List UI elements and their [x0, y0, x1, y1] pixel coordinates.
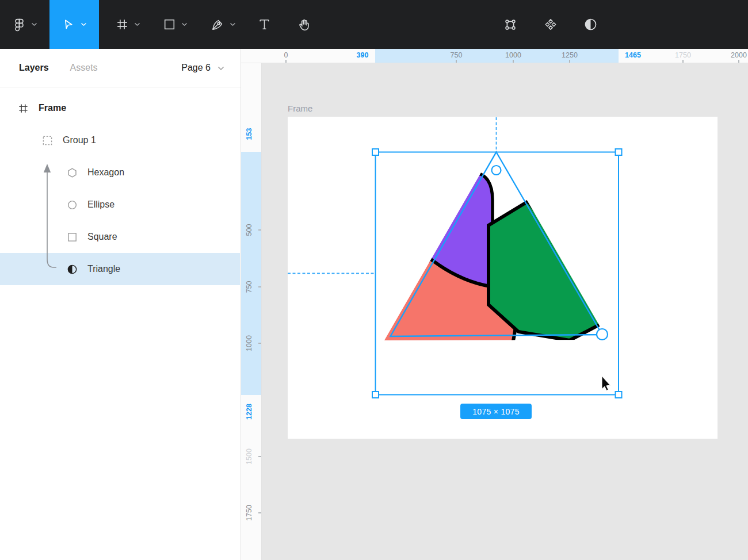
ruler-label: 1000 — [245, 335, 253, 351]
ruler-tick — [682, 60, 684, 63]
ruler-tick — [258, 229, 261, 231]
ruler-tick — [258, 286, 261, 287]
ellipse-icon — [66, 199, 78, 210]
pen-icon — [210, 17, 225, 32]
chevron-down-icon — [81, 22, 87, 26]
layer-row-group-1[interactable]: Group 1 — [0, 124, 240, 156]
chevron-down-icon — [31, 22, 37, 26]
vertex-handle[interactable] — [597, 329, 608, 340]
ruler-tick — [258, 343, 261, 344]
canvas-viewport[interactable]: Frame 1075 × 1075 — [262, 63, 748, 560]
mouse-cursor — [602, 376, 610, 390]
ruler-tick — [513, 60, 514, 63]
ruler-label: 1750 — [245, 505, 253, 521]
frame-icon — [17, 102, 29, 114]
ruler-label: 1750 — [675, 51, 691, 59]
ruler-label: 1500 — [245, 448, 253, 465]
main-menu-button[interactable] — [0, 0, 49, 49]
selection-handle-top-right[interactable] — [616, 149, 622, 155]
component-diamonds-icon — [543, 17, 558, 32]
edit-object-button[interactable] — [496, 0, 525, 49]
chevron-down-icon — [181, 22, 188, 26]
square-icon — [66, 231, 78, 243]
layer-label: Hexagon — [87, 167, 124, 178]
layer-label: Group 1 — [63, 135, 96, 145]
frame-grid-icon — [115, 17, 129, 32]
shape-tool-button[interactable] — [154, 0, 196, 49]
ruler-label: 1465 — [625, 51, 641, 59]
ruler-label: 153 — [245, 128, 253, 140]
layer-row-frame[interactable]: Frame — [0, 92, 240, 124]
panel-header: Layers Assets Page 6 — [0, 49, 241, 87]
hand-icon — [297, 17, 312, 32]
ruler-label: 1250 — [562, 51, 578, 59]
reorder-arrow-annotation — [36, 163, 61, 275]
ruler-tick — [569, 60, 570, 63]
ruler-tick — [285, 60, 287, 63]
layer-label: Ellipse — [87, 200, 115, 210]
ruler-label: 1000 — [505, 51, 521, 59]
page-selector[interactable]: Page 6 — [181, 63, 224, 73]
toolbar — [0, 0, 748, 49]
ruler-tick — [258, 456, 261, 457]
pen-tool-button[interactable] — [201, 0, 244, 49]
layers-panel: Layers Assets Page 6 FrameGroup 1Hexagon… — [0, 49, 241, 560]
ruler-selection-highlight — [241, 152, 261, 395]
text-icon — [257, 17, 272, 32]
chevron-down-icon — [134, 22, 140, 26]
ruler-label: 750 — [245, 281, 253, 293]
mask-half-circle — [66, 263, 78, 275]
selection-handle-bottom-left[interactable] — [372, 392, 379, 398]
layer-label: Square — [87, 232, 117, 242]
selection-handle-bottom-right[interactable] — [616, 392, 622, 398]
ruler-label: 750 — [451, 51, 463, 59]
ruler-label: 1228 — [245, 404, 253, 420]
selection-size-badge: 1075 × 1075 — [460, 404, 532, 419]
ruler-tick — [738, 60, 739, 63]
chevron-down-icon — [217, 63, 224, 73]
ruler-tick — [258, 512, 261, 513]
hexagon-icon — [66, 167, 78, 178]
frame-tool-button[interactable] — [107, 0, 148, 49]
mask-half-circle-icon — [583, 17, 598, 32]
group-dashed-square — [41, 135, 53, 146]
chevron-down-icon — [230, 22, 236, 26]
text-tool-button[interactable] — [251, 0, 277, 49]
layer-label: Frame — [39, 103, 66, 113]
figma-logo-icon — [12, 17, 26, 32]
move-tool-button[interactable] — [49, 0, 99, 49]
page-selector-label: Page 6 — [181, 63, 211, 73]
scene-layer — [262, 63, 748, 560]
ruler-label: 2000 — [731, 51, 747, 59]
horizontal-ruler[interactable]: 039075010001250146517502000 — [241, 49, 748, 63]
ruler-label: 500 — [245, 224, 253, 236]
corner-radius-handle[interactable] — [492, 166, 501, 175]
ruler-tick — [456, 60, 457, 63]
tab-layers[interactable]: Layers — [19, 63, 49, 73]
mask-button[interactable] — [575, 0, 605, 49]
vertical-ruler[interactable]: 15350075010001228150017502000 — [241, 63, 262, 560]
selection-handle-top-left[interactable] — [372, 149, 379, 155]
rectangle-icon — [162, 17, 177, 32]
edit-object-icon — [503, 17, 518, 32]
ruler-label: 0 — [284, 51, 288, 59]
ruler-label: 390 — [357, 51, 369, 59]
hand-tool-button[interactable] — [290, 0, 319, 49]
cursor-icon — [62, 17, 76, 32]
actions-button[interactable] — [536, 0, 565, 49]
tab-assets[interactable]: Assets — [70, 63, 98, 73]
ruler-selection-highlight — [375, 49, 619, 63]
layer-label: Triangle — [87, 264, 120, 274]
